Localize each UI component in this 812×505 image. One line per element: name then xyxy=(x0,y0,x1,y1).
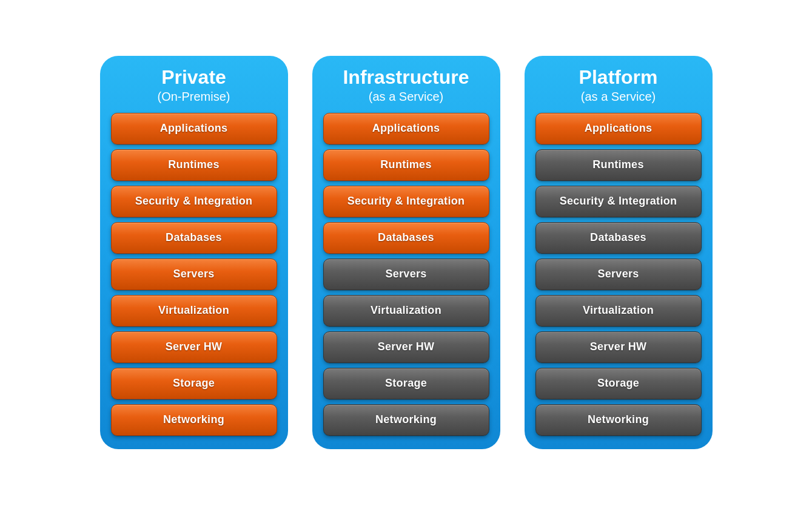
column-title-infrastructure: Infrastructure xyxy=(343,67,469,88)
column-infrastructure: Infrastructure(as a Service)Applications… xyxy=(312,56,500,449)
column-subtitle-private: (On-Premise) xyxy=(157,89,230,104)
row-infrastructure-3: Databases xyxy=(323,222,489,254)
row-platform-7: Storage xyxy=(535,368,702,399)
diagram-container: Private(On-Premise)ApplicationsRuntimesS… xyxy=(88,44,725,461)
row-private-8: Networking xyxy=(111,404,277,436)
column-subtitle-platform: (as a Service) xyxy=(579,89,658,104)
row-private-4: Servers xyxy=(111,259,277,290)
row-platform-8: Networking xyxy=(535,404,702,436)
row-private-7: Storage xyxy=(111,368,277,399)
row-platform-2: Security & Integration xyxy=(535,186,702,217)
row-platform-0: Applications xyxy=(535,113,702,144)
row-private-6: Server HW xyxy=(111,331,277,363)
column-header-infrastructure: Infrastructure(as a Service) xyxy=(343,67,469,104)
column-subtitle-infrastructure: (as a Service) xyxy=(343,89,469,104)
row-private-3: Databases xyxy=(111,222,277,254)
column-private: Private(On-Premise)ApplicationsRuntimesS… xyxy=(100,56,288,449)
row-platform-4: Servers xyxy=(535,259,702,290)
row-platform-3: Databases xyxy=(535,222,702,254)
row-infrastructure-1: Runtimes xyxy=(323,149,489,181)
row-private-0: Applications xyxy=(111,113,277,144)
row-platform-5: Virtualization xyxy=(535,295,702,327)
row-infrastructure-7: Storage xyxy=(323,368,489,399)
row-infrastructure-4: Servers xyxy=(323,259,489,290)
row-infrastructure-2: Security & Integration xyxy=(323,186,489,217)
row-infrastructure-8: Networking xyxy=(323,404,489,436)
column-platform: Platform(as a Service)ApplicationsRuntim… xyxy=(525,56,713,449)
row-private-2: Security & Integration xyxy=(111,186,277,217)
column-title-platform: Platform xyxy=(579,67,658,88)
column-header-platform: Platform(as a Service) xyxy=(579,67,658,104)
row-infrastructure-6: Server HW xyxy=(323,331,489,363)
row-private-5: Virtualization xyxy=(111,295,277,327)
row-platform-6: Server HW xyxy=(535,331,702,363)
row-platform-1: Runtimes xyxy=(535,149,702,181)
column-header-private: Private(On-Premise) xyxy=(157,67,230,104)
row-private-1: Runtimes xyxy=(111,149,277,181)
row-infrastructure-0: Applications xyxy=(323,113,489,144)
column-title-private: Private xyxy=(157,67,230,88)
row-infrastructure-5: Virtualization xyxy=(323,295,489,327)
